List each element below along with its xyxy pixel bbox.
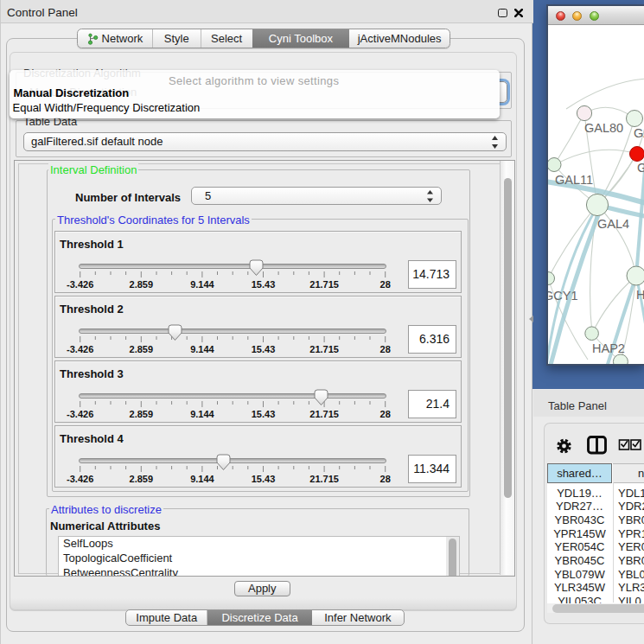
svg-text:H: H: [636, 288, 644, 302]
svg-text:GAL4: GAL4: [597, 217, 629, 231]
svg-text:GCY1: GCY1: [548, 289, 578, 303]
svg-text:GAL11: GAL11: [555, 173, 593, 187]
svg-text:GAL80: GAL80: [584, 121, 623, 135]
svg-text:G: G: [637, 161, 644, 175]
svg-text:HAP2: HAP2: [592, 341, 625, 355]
svg-text:GA: GA: [634, 126, 644, 140]
